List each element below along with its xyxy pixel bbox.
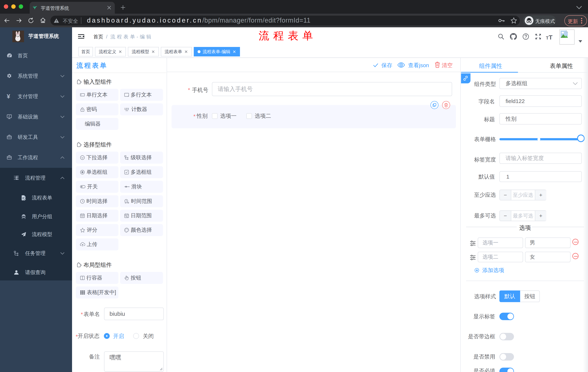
- svg-text:123: 123: [124, 107, 129, 110]
